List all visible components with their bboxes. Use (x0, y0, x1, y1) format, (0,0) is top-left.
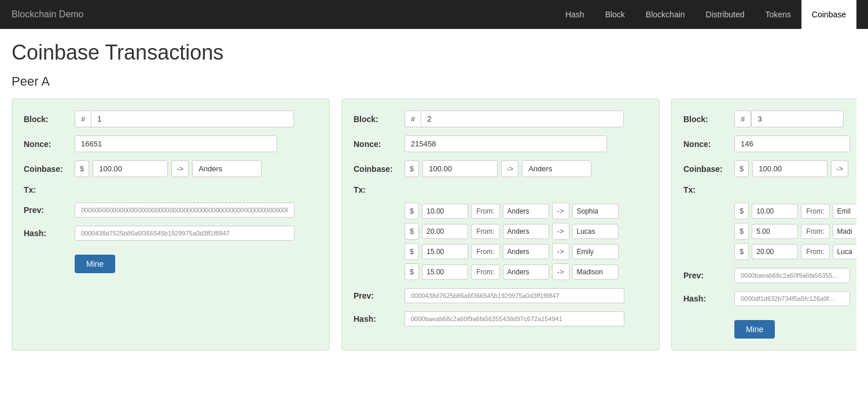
tx-amount-2-3[interactable] (422, 264, 468, 280)
tx-from-label-2-3: From: (471, 264, 499, 280)
prev-input-2[interactable] (404, 288, 624, 303)
tx-to-name-2-0[interactable] (572, 204, 619, 219)
tx-from-label-2-2: From: (471, 244, 499, 259)
hash-prefix-2: # (404, 111, 421, 127)
tx-to-name-2-2[interactable] (572, 244, 619, 259)
hash-prefix-1: # (75, 111, 91, 127)
mine-button-3[interactable]: Mine (734, 320, 775, 339)
tx-dollar-2-1: $ (404, 223, 419, 240)
block-label-2: Block: (354, 115, 400, 124)
tx-from-label-3-0: From: (801, 204, 829, 219)
nav-block[interactable]: Block (595, 0, 635, 29)
tx-arrow-2-3: -> (552, 263, 569, 280)
tx-to-name-2-1[interactable] (572, 224, 619, 239)
tx-row-2-0: $ From: -> (404, 203, 648, 219)
block-label-1: Block: (24, 115, 70, 124)
tx-amount-3-1[interactable] (752, 224, 798, 239)
tx-from-name-3-1[interactable] (833, 224, 856, 239)
block-card-3: Block: # Nonce: Coinbase: $ -> (671, 98, 856, 351)
block-row-3: Block: # (683, 111, 856, 127)
hash-input-2[interactable] (404, 311, 624, 326)
prev-label-1: Prev: (24, 205, 70, 215)
tx-dollar-2-3: $ (404, 263, 419, 280)
tx-from-name-2-2[interactable] (503, 244, 549, 259)
tx-row-2-3: $ From: -> (404, 263, 648, 280)
nonce-input-1[interactable] (75, 135, 277, 152)
nav-hash[interactable]: Hash (555, 0, 595, 29)
tx-amount-3-0[interactable] (752, 204, 798, 219)
nav-tokens[interactable]: Tokens (755, 0, 801, 29)
nonce-label-2: Nonce: (354, 139, 400, 149)
prev-row-2: Prev: (354, 288, 648, 303)
tx-section-1: Tx: (24, 185, 318, 194)
block-number-input-1[interactable] (91, 111, 294, 127)
block-number-group-3: # (734, 111, 844, 127)
coinbase-label-3: Coinbase: (683, 164, 730, 174)
tx-label-2: Tx: (354, 185, 400, 194)
block-label-3: Block: (683, 115, 730, 124)
hash-label-2: Hash: (354, 314, 400, 324)
tx-arrow-2-1: -> (552, 223, 569, 240)
tx-row-2-1: $ From: -> (404, 223, 648, 240)
nav-distributed[interactable]: Distributed (696, 0, 755, 29)
tx-arrow-2-2: -> (552, 243, 569, 260)
tx-arrow-2-0: -> (552, 203, 569, 219)
coinbase-amount-3[interactable] (752, 160, 827, 177)
coinbase-amount-2[interactable] (422, 160, 498, 177)
navbar-links: Hash Block Blockchain Distributed Tokens… (555, 0, 856, 29)
tx-dollar-3-2: $ (734, 243, 749, 260)
nonce-label-1: Nonce: (24, 139, 70, 149)
tx-dollar-3-1: $ (734, 223, 749, 240)
prev-input-3[interactable] (734, 268, 850, 283)
tx-from-name-2-1[interactable] (503, 224, 549, 239)
prev-row-3: Prev: (683, 268, 856, 283)
tx-row-3-2: $ From: (734, 243, 856, 260)
arrow-2: -> (501, 160, 518, 177)
tx-amount-2-2[interactable] (422, 244, 468, 259)
hash-prefix-3: # (734, 111, 751, 127)
coinbase-amount-1[interactable] (93, 160, 168, 177)
page-content: Coinbase Transactions Peer A Block: # No… (0, 29, 868, 362)
tx-amount-3-2[interactable] (752, 244, 798, 259)
tx-from-name-3-2[interactable] (833, 244, 856, 259)
dollar-1: $ (75, 160, 89, 177)
tx-to-name-2-3[interactable] (572, 264, 619, 280)
nav-coinbase[interactable]: Coinbase (801, 0, 856, 29)
nonce-input-3[interactable] (734, 135, 850, 152)
tx-label-row-3: Tx: (683, 185, 856, 194)
coinbase-name-1[interactable] (192, 160, 262, 177)
coinbase-name-2[interactable] (522, 160, 591, 177)
tx-amount-2-1[interactable] (422, 224, 468, 239)
nonce-input-2[interactable] (404, 135, 607, 152)
tx-from-name-2-0[interactable] (503, 204, 549, 219)
hash-input-1[interactable] (75, 226, 295, 241)
hash-label-1: Hash: (24, 229, 70, 238)
block-number-input-2[interactable] (421, 111, 624, 127)
hash-row-2: Hash: (354, 311, 648, 326)
tx-dollar-2-0: $ (404, 203, 419, 219)
mine-button-1[interactable]: Mine (75, 255, 115, 273)
tx-row-3-0: $ From: (734, 203, 856, 219)
hash-input-3[interactable] (734, 291, 850, 306)
coinbase-label-1: Coinbase: (24, 164, 70, 174)
tx-label-3: Tx: (683, 185, 730, 194)
nav-blockchain[interactable]: Blockchain (635, 0, 696, 29)
block-number-input-3[interactable] (751, 111, 844, 127)
coinbase-row-1: Coinbase: $ -> (24, 160, 318, 177)
tx-from-label-2-0: From: (471, 204, 499, 219)
prev-row-1: Prev: (24, 203, 318, 218)
dollar-2: $ (404, 160, 419, 177)
prev-label-3: Prev: (683, 271, 730, 280)
hash-row-1: Hash: (24, 226, 318, 241)
arrow-3: -> (831, 160, 848, 177)
coinbase-row-3: Coinbase: $ -> (683, 160, 856, 177)
prev-input-1[interactable] (75, 203, 295, 218)
nonce-row-1: Nonce: (24, 135, 318, 152)
tx-from-name-2-3[interactable] (503, 264, 549, 280)
prev-label-2: Prev: (354, 291, 400, 300)
tx-from-name-3-0[interactable] (833, 204, 856, 219)
tx-amount-2-0[interactable] (422, 204, 468, 219)
cards-container: Block: # Nonce: Coinbase: $ -> (12, 98, 856, 351)
tx-dollar-2-2: $ (404, 243, 419, 260)
coinbase-group-1: $ -> (75, 160, 262, 177)
